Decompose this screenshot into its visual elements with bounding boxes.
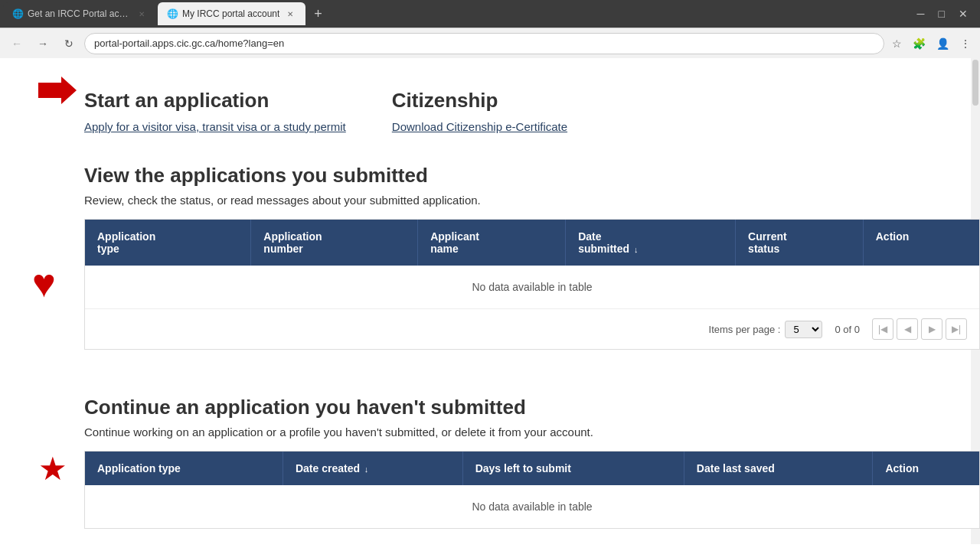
continue-table-header-row: Application type Date created ↓ Days lef… xyxy=(85,452,979,485)
col-current-status: Currentstatus xyxy=(736,220,864,266)
start-section: Start an application Apply for a visitor… xyxy=(84,73,980,148)
col-application-type-label: Applicationtype xyxy=(97,230,155,255)
unsubmitted-applications-table: Application type Date created ↓ Days lef… xyxy=(85,452,979,528)
date-submitted-sort-icon: ↓ xyxy=(634,245,639,254)
refresh-button[interactable]: ↻ xyxy=(58,33,80,54)
table-empty-message: No data available in table xyxy=(85,266,979,308)
submitted-applications-table: Applicationtype Applicationnumber Applic… xyxy=(85,220,979,308)
items-per-page-control: Items per page : 5 10 25 xyxy=(709,321,823,338)
url-text: portal-portail.apps.cic.gc.ca/home?lang=… xyxy=(94,37,284,49)
table-header-row: Applicationtype Applicationnumber Applic… xyxy=(85,220,979,266)
col-applicant-name-label: Applicantname xyxy=(430,230,479,255)
start-application-col: Start an application Apply for a visitor… xyxy=(84,89,346,133)
cont-col-date-last-saved: Date last saved xyxy=(684,452,873,485)
prev-page-button[interactable]: ◀ xyxy=(897,318,918,340)
tab-my-account[interactable]: 🌐 My IRCC portal account ✕ xyxy=(158,2,305,25)
date-created-sort-icon: ↓ xyxy=(364,465,369,474)
cont-col-days-left-label: Days left to submit xyxy=(475,462,571,474)
start-section-wrapper: Start an application Apply for a visitor… xyxy=(0,58,980,156)
first-page-button[interactable]: |◀ xyxy=(872,318,893,340)
browser-chrome: 🌐 Get an IRCC Portal account ✕ 🌐 My IRCC… xyxy=(0,0,980,58)
cont-col-action: Action xyxy=(873,452,979,485)
items-per-page-select[interactable]: 5 10 25 xyxy=(785,321,822,338)
tab1-close-button[interactable]: ✕ xyxy=(136,8,147,20)
maximize-button[interactable]: □ xyxy=(933,5,951,23)
address-bar[interactable]: portal-portail.apps.cic.gc.ca/home?lang=… xyxy=(84,33,884,54)
col-application-number: Applicationnumber xyxy=(251,220,418,266)
unsubmitted-applications-table-wrapper: Application type Date created ↓ Days lef… xyxy=(84,451,980,529)
pagination-controls: |◀ ◀ ▶ ▶| xyxy=(872,318,967,340)
back-button[interactable]: ← xyxy=(6,33,28,54)
cont-col-application-type-label: Application type xyxy=(97,462,181,474)
page-content: Start an application Apply for a visitor… xyxy=(0,58,980,551)
table-footer: Items per page : 5 10 25 0 of 0 |◀ ◀ ▶ xyxy=(85,308,979,349)
window-controls: ─ □ ✕ xyxy=(911,5,977,23)
continue-section-wrapper: ★ Continue an application you haven't su… xyxy=(0,365,980,544)
minimize-button[interactable]: ─ xyxy=(911,5,931,23)
continue-table-empty-row: No data available in table xyxy=(85,485,979,528)
view-section-heading: View the applications you submitted xyxy=(84,164,980,187)
cont-col-date-created[interactable]: Date created ↓ xyxy=(283,452,462,485)
cont-col-application-type: Application type xyxy=(85,452,283,485)
citizenship-heading: Citizenship xyxy=(392,89,567,112)
table-empty-row: No data available in table xyxy=(85,266,979,308)
cont-col-days-left: Days left to submit xyxy=(462,452,684,485)
tab2-close-button[interactable]: ✕ xyxy=(284,8,296,20)
extensions-icon[interactable]: 🧩 xyxy=(910,34,929,53)
cont-col-date-last-saved-label: Date last saved xyxy=(697,462,775,474)
start-application-heading: Start an application xyxy=(84,89,346,112)
page-count: 0 of 0 xyxy=(835,324,860,335)
bookmark-icon[interactable]: ☆ xyxy=(889,34,905,53)
continue-section-description: Continue working on an application or a … xyxy=(84,425,980,439)
heart-decoration: ♥ xyxy=(32,263,56,303)
col-application-type: Applicationtype xyxy=(85,220,251,266)
continue-section-heading: Continue an application you haven't subm… xyxy=(84,396,980,419)
star-decoration: ★ xyxy=(38,453,67,485)
col-action-label: Action xyxy=(876,230,910,243)
tab-bar: 🌐 Get an IRCC Portal account ✕ 🌐 My IRCC… xyxy=(0,0,980,28)
items-per-page-label: Items per page : xyxy=(709,324,781,335)
nav-bar: ← → ↻ portal-portail.apps.cic.gc.ca/home… xyxy=(0,28,980,58)
view-section-description: Review, check the status, or read messag… xyxy=(84,194,980,207)
col-applicant-name: Applicantname xyxy=(418,220,566,266)
cont-col-action-label: Action xyxy=(885,462,919,474)
tab1-label: Get an IRCC Portal account xyxy=(28,8,131,19)
download-certificate-link[interactable]: Download Citizenship e-Certificate xyxy=(392,120,567,133)
tab2-label: My IRCC portal account xyxy=(182,8,279,19)
submitted-applications-table-wrapper: Applicationtype Applicationnumber Applic… xyxy=(84,219,980,350)
visitor-visa-link[interactable]: Apply for a visitor visa, transit visa o… xyxy=(84,120,346,133)
col-action: Action xyxy=(863,220,979,266)
next-page-button[interactable]: ▶ xyxy=(921,318,942,340)
profile-icon[interactable]: 👤 xyxy=(933,34,952,53)
nav-right-icons: ☆ 🧩 👤 ⋮ xyxy=(889,34,974,53)
tab1-favicon: 🌐 xyxy=(12,8,23,19)
view-section-wrapper: ♥ View the applications you submitted Re… xyxy=(0,156,980,365)
svg-marker-0 xyxy=(38,77,77,104)
arrow-decoration xyxy=(38,77,77,104)
col-date-submitted[interactable]: Datesubmitted ↓ xyxy=(566,220,736,266)
tab2-favicon: 🌐 xyxy=(167,8,178,19)
last-page-button[interactable]: ▶| xyxy=(946,318,967,340)
citizenship-col: Citizenship Download Citizenship e-Certi… xyxy=(392,89,567,133)
tab-get-account[interactable]: 🌐 Get an IRCC Portal account ✕ xyxy=(3,2,156,25)
continue-table-empty-message: No data available in table xyxy=(85,485,979,528)
forward-button[interactable]: → xyxy=(32,33,54,54)
view-section: View the applications you submitted Revi… xyxy=(84,164,980,350)
cont-col-date-created-label: Date created xyxy=(296,462,360,474)
new-tab-button[interactable]: + xyxy=(307,3,328,24)
col-date-submitted-label: Datesubmitted xyxy=(578,230,629,255)
arrow-icon xyxy=(38,77,77,104)
col-application-number-label: Applicationnumber xyxy=(263,230,322,255)
continue-section: Continue an application you haven't subm… xyxy=(84,396,980,529)
menu-icon[interactable]: ⋮ xyxy=(957,34,974,53)
col-current-status-label: Currentstatus xyxy=(748,230,787,255)
close-window-button[interactable]: ✕ xyxy=(952,5,974,23)
